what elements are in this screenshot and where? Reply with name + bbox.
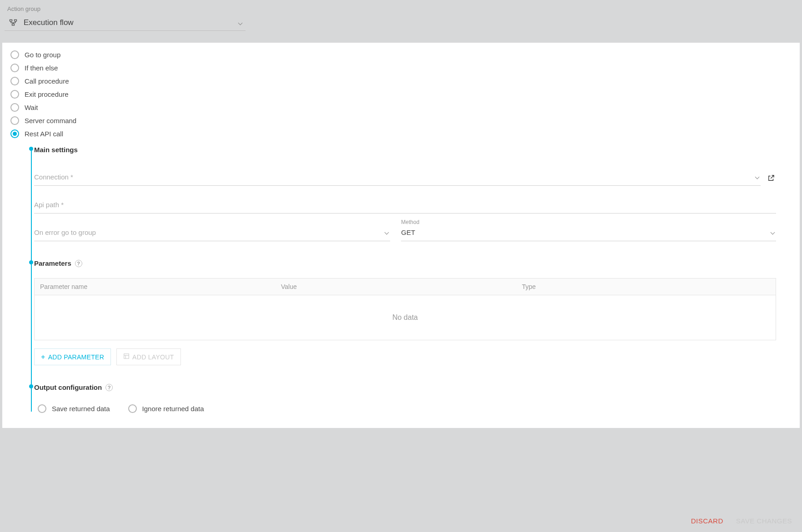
discard-button[interactable]: DISCARD bbox=[691, 517, 723, 525]
footer-bar: DISCARD SAVE CHANGES bbox=[0, 510, 802, 532]
radio-icon bbox=[10, 50, 19, 59]
radio-label: If then else bbox=[25, 64, 58, 72]
connection-placeholder: Connection * bbox=[34, 173, 73, 181]
output-title-text: Output configuration bbox=[34, 383, 102, 391]
add-parameter-label: ADD PARAMETER bbox=[48, 353, 104, 361]
col-param-name: Parameter name bbox=[35, 278, 276, 295]
radio-label: Server command bbox=[25, 117, 76, 124]
radio-ignore-returned[interactable]: Ignore returned data bbox=[125, 402, 208, 415]
method-value: GET bbox=[401, 229, 415, 236]
radio-icon bbox=[10, 64, 19, 72]
radio-icon bbox=[10, 129, 19, 138]
radio-rest-api-call[interactable]: Rest API call bbox=[7, 127, 795, 140]
section-parameters: Parameters ? Parameter name Value Type N… bbox=[34, 256, 795, 365]
tree-line bbox=[31, 148, 32, 412]
radio-label: Exit procedure bbox=[25, 90, 69, 98]
parameters-title-text: Parameters bbox=[34, 259, 71, 267]
chevron-down-icon bbox=[771, 230, 775, 235]
radio-icon bbox=[10, 116, 19, 125]
help-icon[interactable]: ? bbox=[105, 384, 113, 391]
add-parameter-button[interactable]: + ADD PARAMETER bbox=[34, 348, 111, 365]
action-group-label: Action group bbox=[5, 5, 797, 12]
radio-label: Rest API call bbox=[25, 130, 63, 138]
open-external-icon[interactable] bbox=[767, 174, 776, 183]
tree-dot bbox=[29, 260, 33, 264]
on-error-placeholder: On error go to group bbox=[34, 229, 96, 236]
svg-rect-2 bbox=[12, 24, 15, 25]
method-select[interactable]: Method GET bbox=[401, 226, 776, 241]
on-error-select[interactable]: On error go to group bbox=[34, 226, 390, 241]
radio-wait[interactable]: Wait bbox=[7, 101, 795, 114]
tree-dot bbox=[29, 384, 33, 388]
col-value: Value bbox=[276, 278, 516, 295]
radio-call-procedure[interactable]: Call procedure bbox=[7, 75, 795, 88]
parameters-title: Parameters ? bbox=[34, 258, 795, 269]
dropdown-value: Execution flow bbox=[24, 18, 233, 27]
tree-dot bbox=[29, 147, 33, 151]
method-label: Method bbox=[401, 219, 419, 225]
section-main-settings: Main settings Connection * Api path * bbox=[34, 142, 795, 241]
add-layout-button: ADD LAYOUT bbox=[116, 348, 180, 365]
col-type: Type bbox=[516, 278, 776, 295]
table-header: Parameter name Value Type bbox=[35, 278, 776, 295]
main-panel: Go to groupIf then elseCall procedureExi… bbox=[2, 43, 800, 428]
chevron-down-icon bbox=[755, 175, 760, 179]
layout-icon bbox=[123, 353, 130, 361]
ignore-returned-label: Ignore returned data bbox=[142, 405, 204, 413]
radio-icon bbox=[10, 90, 19, 99]
svg-rect-0 bbox=[10, 20, 12, 21]
chevron-down-icon bbox=[238, 20, 243, 25]
api-path-placeholder: Api path * bbox=[34, 201, 64, 209]
radio-save-returned[interactable]: Save returned data bbox=[34, 402, 114, 415]
radio-label: Go to group bbox=[25, 51, 60, 59]
section-output: Output configuration ? Save returned dat… bbox=[34, 380, 795, 415]
radio-icon bbox=[38, 404, 46, 413]
radio-if-then-else[interactable]: If then else bbox=[7, 61, 795, 75]
output-title: Output configuration ? bbox=[34, 382, 795, 393]
chevron-down-icon bbox=[385, 230, 389, 235]
radio-label: Call procedure bbox=[25, 77, 69, 85]
api-path-input[interactable]: Api path * bbox=[34, 199, 776, 214]
header-area: Action group Execution flow bbox=[0, 0, 802, 31]
parameter-buttons: + ADD PARAMETER ADD LAYOUT bbox=[34, 348, 795, 365]
rest-api-subtree: Main settings Connection * Api path * bbox=[20, 142, 795, 415]
svg-rect-1 bbox=[15, 20, 17, 21]
connection-select[interactable]: Connection * bbox=[34, 171, 761, 186]
radio-icon bbox=[128, 404, 137, 413]
main-settings-title: Main settings bbox=[34, 144, 795, 155]
parameters-table: Parameter name Value Type No data bbox=[34, 278, 776, 340]
radio-label: Wait bbox=[25, 104, 38, 111]
plus-icon: + bbox=[41, 354, 45, 360]
radio-icon bbox=[10, 103, 19, 112]
action-group-dropdown[interactable]: Execution flow bbox=[5, 15, 246, 31]
flow-icon bbox=[8, 18, 18, 28]
save-returned-label: Save returned data bbox=[52, 405, 110, 413]
radio-exit-procedure[interactable]: Exit procedure bbox=[7, 88, 795, 101]
save-changes-button: SAVE CHANGES bbox=[736, 517, 792, 525]
radio-icon bbox=[10, 77, 19, 85]
radio-server-command[interactable]: Server command bbox=[7, 114, 795, 127]
help-icon[interactable]: ? bbox=[75, 260, 82, 267]
add-layout-label: ADD LAYOUT bbox=[132, 353, 174, 361]
action-type-radio-group: Go to groupIf then elseCall procedureExi… bbox=[7, 48, 795, 140]
radio-go-to-group[interactable]: Go to group bbox=[7, 48, 795, 61]
table-empty-row: No data bbox=[35, 295, 776, 340]
